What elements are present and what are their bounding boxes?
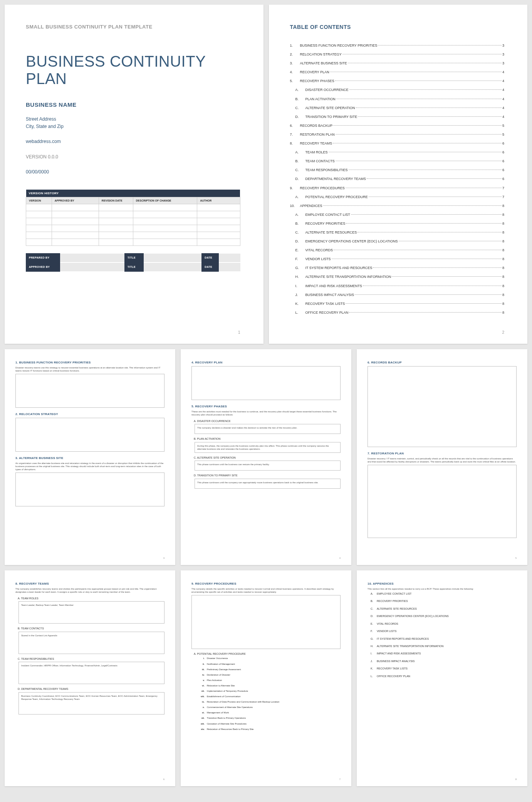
page-number: 8	[515, 778, 517, 781]
phase-b-box: During this phase, the company puts the …	[195, 442, 341, 453]
date-field	[219, 262, 240, 272]
section-1-box	[15, 374, 164, 408]
toc-item: D.DEPARTMENTAL RECOVERY TEAMS6	[290, 176, 505, 182]
list-item: v.Plan Activation	[198, 679, 341, 682]
list-item: x.Commencement of Alternate Site Operati…	[198, 706, 341, 709]
table-row	[26, 225, 240, 232]
page-4: 4. RECOVERY PLAN 5. RECOVERY PHASES Thes…	[181, 349, 351, 565]
toc-item: 9.RECOVERY PROCEDURES7	[290, 185, 505, 192]
procedure-a-title: A. POTENTIAL RECOVERY PROCEDURE	[194, 652, 341, 656]
title-label: TITLE	[124, 262, 144, 272]
procedure-steps: i.Disaster Occurrenceii.Notification of …	[198, 657, 341, 730]
page-number: 3	[163, 557, 164, 560]
section-7-title: 7. RESTORATION PLAN	[368, 452, 517, 456]
phase-d-box: This phase continues until the company c…	[195, 479, 341, 489]
vh-col-author: AUTHOR	[197, 197, 240, 204]
vh-col-revdate: REVISION DATE	[99, 197, 133, 204]
vh-header: VERSION HISTORY	[26, 190, 240, 197]
section-8-title: 8. RECOVERY TEAMS	[15, 582, 164, 586]
section-10-title: 10. APPENDICES	[368, 582, 517, 586]
document-title: BUSINESS CONTINUITY PLAN	[26, 53, 240, 87]
section-4-title: 4. RECOVERY PLAN	[191, 361, 341, 365]
page-3: 1. BUSINESS FUNCTION RECOVERY PRIORITIES…	[5, 349, 175, 565]
section-4-box	[191, 366, 341, 400]
list-item: D.EMERGENCY OPERATIONS CENTER (EOC) LOCA…	[371, 614, 517, 618]
teams-b-box: Stored in the Contact List Appendix	[18, 632, 164, 654]
toc-item: K.RECOVERY TASK LISTS8	[290, 301, 505, 307]
section-2-title: 2. RELOCATION STRATEGY	[15, 412, 164, 417]
version-label: VERSION 0.0.0	[26, 153, 240, 161]
vh-col-desc: DESCRIPTION OF CHANGE	[133, 197, 197, 204]
city-state-zip: City, State and Zip	[26, 123, 240, 130]
list-item: iv.Declaration of Disaster	[198, 673, 341, 676]
toc-item: B.RECOVERY PRIORITIES8	[290, 220, 505, 227]
list-item: K.RECOVERY TASK LISTS	[371, 667, 517, 670]
vh-col-version: VERSION	[26, 197, 52, 204]
list-item: C.ALTERNATE SITE RESOURCES	[371, 607, 517, 610]
table-row	[26, 239, 240, 245]
title-field	[144, 253, 201, 262]
vh-col-approved: APPROVED BY	[52, 197, 99, 204]
toc-list: 1.BUSINESS FUNCTION RECOVERY PRIORITIES3…	[290, 42, 505, 316]
list-item: H.ALTERNATE SITE TRANSPORTATION INFORMAT…	[371, 644, 517, 648]
toc-item: B.TEAM CONTACTS6	[290, 158, 505, 165]
phase-c-title: C. ALTERNATE SITE OPERATION	[194, 456, 341, 459]
list-item: A.EMPLOYEE CONTACT LIST	[371, 592, 517, 595]
section-3-desc: An organization uses the alternate busin…	[15, 462, 164, 471]
teams-b-title: B. TEAM CONTACTS	[18, 627, 164, 630]
section-10-desc: This section lists all the appendices ne…	[368, 587, 517, 590]
page-6: 8. RECOVERY TEAMS The company establishe…	[5, 570, 175, 786]
phase-a-title: A. DISASTER OCCURRENCE	[194, 419, 341, 423]
teams-d-box: Business Continuity Coordinator, EOC Com…	[18, 692, 164, 715]
date-label: DATE	[201, 262, 219, 272]
section-5-title: 5. RECOVERY PHASES	[191, 405, 341, 409]
list-item: vii.Implementation of Temporary Procedur…	[198, 689, 341, 693]
list-item: E.VITAL RECORDS	[371, 622, 517, 625]
section-9-title: 9. RECOVERY PROCEDURES	[191, 582, 341, 586]
phase-c-box: This phase continues until the business …	[195, 461, 341, 471]
date-label: 00/00/0000	[26, 168, 240, 176]
page-7: 9. RECOVERY PROCEDURES The company detai…	[181, 570, 351, 786]
toc-item: B.PLAN ACTIVATION4	[290, 96, 505, 103]
page-number: 5	[515, 557, 517, 560]
toc-item: 2.RELOCATION STRATEGY3	[290, 51, 505, 58]
list-item: iii.Preliminary Damage Assessment	[198, 668, 341, 671]
toc-item: H.ALTERNATE SITE TRANSPORTATION INFORMAT…	[290, 274, 505, 280]
section-9-box	[191, 595, 341, 649]
street-address: Street Address	[26, 116, 240, 123]
section-6-box	[368, 366, 517, 447]
section-7-desc: Disaster recovery / IT teams maintain, c…	[368, 457, 517, 463]
section-1-title: 1. BUSINESS FUNCTION RECOVERY PRIORITIES	[15, 361, 164, 365]
approved-by-label: APPROVED BY	[26, 262, 60, 272]
teams-c-box: Incident Commander, HR/PR Officer, Infor…	[18, 662, 164, 684]
toc-item: A.POTENTIAL RECOVERY PROCEDURE7	[290, 194, 505, 200]
list-item: xi.Management of Work	[198, 711, 341, 714]
toc-item: A.DISASTER OCCURRENCE4	[290, 87, 505, 93]
phase-a-box: The company declares a disaster and make…	[195, 424, 341, 434]
approved-by-field	[60, 262, 124, 272]
page-cover: SMALL BUSINESS CONTINUITY PLAN TEMPLATE …	[5, 5, 263, 344]
teams-d-title: D. DEPARTMENTAL RECOVERY TEAMS	[18, 687, 164, 691]
page-toc: TABLE OF CONTENTS 1.BUSINESS FUNCTION RE…	[269, 5, 528, 344]
teams-a-box: Team Leader, Backup Team Leader, Team Me…	[18, 601, 164, 624]
list-item: viii.Establishment of Communication	[198, 695, 341, 698]
page-number: 2	[502, 330, 504, 335]
title-field	[144, 262, 201, 272]
date-label: DATE	[201, 253, 219, 262]
web-address: webaddress.com	[26, 138, 240, 145]
section-3-box	[15, 472, 164, 506]
list-item: xiv.Relocation of Resources Back to Prim…	[198, 728, 341, 731]
page-number: 7	[339, 778, 341, 781]
toc-item: 5.RECOVERY PHASES4	[290, 78, 505, 84]
toc-item: E.VITAL RECORDS8	[290, 247, 505, 254]
version-history-table: VERSION HISTORY VERSION APPROVED BY REVI…	[26, 190, 240, 246]
section-8-desc: The company establishes recovery teams a…	[15, 587, 164, 594]
list-item: ix.Restoration of Data Process and Commu…	[198, 700, 341, 703]
page-5: 6. RECORDS BACKUP 7. RESTORATION PLAN Di…	[357, 349, 527, 565]
title-label: TITLE	[124, 253, 144, 262]
section-7-box	[368, 465, 517, 538]
section-2-box	[15, 418, 164, 452]
section-1-desc: Disaster recovery teams use this strateg…	[15, 366, 164, 372]
list-item: B.RECOVERY PRIORITIES	[371, 599, 517, 603]
page-number: 1	[238, 330, 240, 335]
